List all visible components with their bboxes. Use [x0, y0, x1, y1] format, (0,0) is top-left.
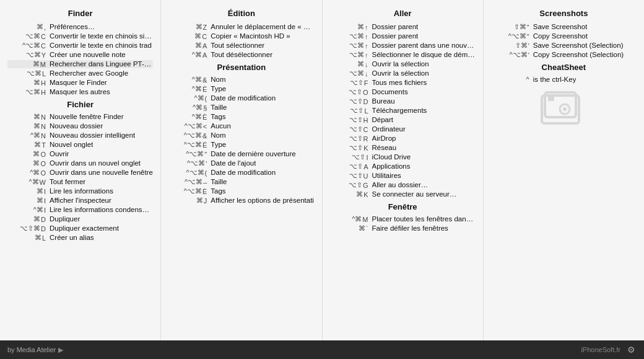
action-label: Convertir le texte en chinois trad [50, 42, 152, 49]
shortcut-row: ⌥⇧A Applications [330, 162, 476, 171]
action-label: Dossier parent [372, 23, 419, 30]
shortcut-row: ^⌥⌘C Convertir le texte en chinois trad [7, 42, 153, 50]
key-combo: ⇧⌘" [491, 23, 533, 31]
key-combo: ⌥⇧A [330, 162, 372, 171]
key-combo: ⇧⌘' [491, 42, 533, 50]
screenshots-section: ⇧⌘" Save Screenshot ^⌥⌘" Copy Screenshot… [491, 23, 637, 59]
action-label: Nom [211, 131, 225, 139]
action-label: Ouvrir dans une nouvelle fenêtre [50, 169, 153, 176]
fenetre-title: Fenêtre [330, 202, 476, 211]
action-label: Documents [372, 88, 408, 95]
shortcut-row: ⌥⌘↑ Dossier parent [330, 32, 476, 40]
action-label: Sélectionner le disque de démarr [372, 51, 476, 58]
key-combo: ⌘T [7, 141, 50, 149]
key-combo: ⌥⇧C [330, 125, 372, 133]
action-label: is the ctrl-Key [533, 76, 577, 83]
shortcut-row: ^⌘N Nouveau dossier intelligent [7, 131, 153, 140]
key-combo: ^⌥⌘C [7, 42, 50, 50]
shortcut-row: ⌥⇧R AirDrop [330, 135, 476, 143]
gear-icon[interactable]: ⚙ [625, 344, 637, 355]
shortcut-row: ⌘C Copier « Macintosh HD » [168, 32, 314, 40]
aller-column: Aller ⌘↑ Dossier parent ⌥⌘↑ Dossier pare… [323, 0, 484, 340]
action-label: Convertir le texte en chinois simp [50, 32, 153, 40]
action-label: Copy Screenshot [533, 32, 588, 40]
edition-section-2: ^⌘& Nom ^⌘É Type ^⌘( Date de modificatio… [168, 76, 314, 205]
finder-section-2: ⌘N Nouvelle fenêtre Finder ⌘N Nouveau do… [7, 113, 153, 242]
shortcut-row: ⌘O Ouvrir [7, 150, 153, 158]
action-label: Date de modification [211, 94, 276, 102]
action-label: Ouvrir la sélection [372, 60, 429, 68]
shortcut-row: ⌘O Ouvrir dans un nouvel onglet [7, 159, 153, 167]
action-label: iCloud Drive [372, 153, 411, 161]
key-combo: ^⌘O [7, 169, 50, 177]
footer-right: iPhoneSoft.fr ⚙ [581, 344, 637, 355]
shortcut-row: ^⌥⌘& Nom [168, 131, 314, 140]
key-combo: ⌥⇧I [330, 153, 372, 161]
key-combo: ⌘I [7, 187, 50, 195]
shortcut-row: ^⌥⌘– Taille [168, 178, 314, 186]
shortcut-row: ⌥⇧D Bureau [330, 97, 476, 105]
action-label: Rechercher dans Linguee PT-EN [50, 60, 153, 68]
key-combo: ^⌥⌘& [168, 131, 211, 140]
action-label: Dossier parent [372, 32, 419, 40]
key-combo: ^⌥⌘È [168, 187, 211, 195]
action-label: Tous mes fichiers [372, 79, 427, 86]
action-label: Nouvel onglet [50, 141, 93, 148]
shortcut-row: ⌥⌘↑ Sélectionner le disque de démarr [330, 51, 476, 59]
key-combo: ⌥⇧⌘D [7, 224, 50, 233]
shortcut-row: ⇧⌘" Save Screenshot [491, 23, 637, 31]
aller-section-1: ⌘↑ Dossier parent ⌥⌘↑ Dossier parent ⌥⌘↑… [330, 23, 476, 198]
shortcut-row: ^⌘§ Taille [168, 104, 314, 112]
action-label: Tags [211, 113, 225, 120]
key-combo: ^⌘N [7, 131, 50, 140]
presentation-title: Présentation [168, 63, 314, 72]
action-label: Bureau [372, 97, 395, 105]
shortcut-row: ^⌘& Nom [168, 76, 314, 84]
key-combo: ⌘↑ [330, 23, 372, 31]
key-combo: ⌘O [7, 159, 50, 167]
brand-text: by Media Atelier [7, 346, 56, 353]
shortcut-row: ^⌘A Tout désélectionner [168, 51, 314, 59]
key-combo: ^ [491, 76, 533, 83]
action-label: AirDrop [372, 135, 396, 142]
shortcut-row: ^⌥⌘( Date de modification [168, 169, 314, 177]
shortcut-row: ⌥⇧U Utilitaires [330, 172, 476, 180]
key-combo: ⌘H [7, 79, 50, 87]
action-label: Date de modification [211, 169, 276, 176]
shortcut-row: ⌘H Masquer le Finder [7, 79, 153, 87]
edition-section-1: ⌘Z Annuler le déplacement de « Cap ⌘C Co… [168, 23, 314, 59]
action-label: Annuler le déplacement de « Cap [211, 23, 314, 30]
key-combo: ⌥⌘↑ [330, 51, 372, 59]
shortcut-row: ⌘M Rechercher dans Linguee PT-EN [7, 60, 153, 68]
shortcut-row: ⌥⇧⌘D Dupliquer exactement [7, 224, 153, 233]
key-combo: ⌘C [168, 32, 211, 40]
shortcut-row: ⌥⌘↓ Ouvrir la sélection [330, 69, 476, 78]
action-label: Save Screenshot (Selection) [533, 42, 624, 49]
action-label: Copy Screenshot (Selection) [533, 51, 624, 58]
shortcut-row: ^⌘I Lire les informations condensées [7, 206, 153, 214]
website-text: iPhoneSoft.fr [581, 346, 620, 353]
svg-rect-4 [548, 97, 554, 101]
shortcut-row: ^⌘É Type [168, 85, 314, 93]
action-label: Date de l'ajout [211, 159, 256, 167]
shortcut-row: ⌘T Nouvel onglet [7, 141, 153, 149]
key-combo: ⌘K [330, 190, 372, 198]
shortcut-row: ^⌥⌘" Date de dernière ouverture [168, 150, 314, 158]
action-label: Ordinateur [372, 125, 406, 133]
key-combo: ⌥⌘↑ [330, 32, 372, 40]
key-combo: ⌥⌘H [7, 88, 50, 96]
action-label: Ouvrir la sélection [372, 69, 429, 77]
key-combo: ⌘I [7, 197, 50, 205]
key-combo: ^⌘È [168, 113, 211, 121]
shortcut-row: ^⌘( Date de modification [168, 94, 314, 102]
action-label: Copier « Macintosh HD » [211, 32, 290, 40]
action-label: Afficher l'inspecteur [50, 197, 111, 204]
shortcut-row: ^⌥⌘È Tags [168, 187, 314, 195]
shortcut-row: ⌘A Tout sélectionner [168, 42, 314, 50]
key-combo: ⌥⇧O [330, 88, 372, 96]
shortcut-row: ⌥⇧F Tous mes fichiers [330, 79, 476, 87]
shortcut-row: ⌘↑ Dossier parent [330, 23, 476, 31]
shortcut-row: ⌘, Préférences… [7, 23, 153, 31]
shortcut-row: ⌘↓ Ouvrir la sélection [330, 60, 476, 68]
shortcut-row: ⌥⇧L Téléchargements [330, 107, 476, 115]
